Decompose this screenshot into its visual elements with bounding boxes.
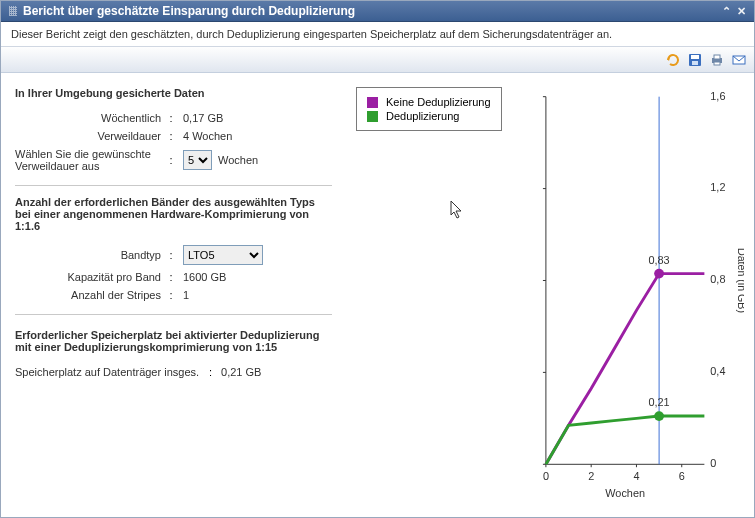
tapetype-label: Bandtyp — [15, 249, 165, 261]
svg-point-30 — [654, 411, 664, 421]
legend-swatch-none — [367, 97, 378, 108]
svg-rect-1 — [691, 55, 699, 59]
svg-text:1,6: 1,6 — [710, 90, 725, 102]
refresh-icon[interactable] — [664, 51, 682, 69]
window-grip-icon — [9, 6, 17, 16]
retention-select[interactable]: 5 — [183, 150, 212, 170]
close-icon[interactable]: ✕ — [737, 5, 746, 18]
chart-legend: Keine Deduplizierung Deduplizierung — [356, 87, 502, 131]
chart-area: 00,40,81,21,602460,830,21WochenDaten (in… — [536, 87, 744, 503]
svg-text:0,83: 0,83 — [649, 254, 670, 266]
retention-unit: Wochen — [218, 154, 258, 166]
section-dedup-title: Erforderlicher Speicherplatz bei aktivie… — [15, 329, 332, 353]
chart-panel: Keine Deduplizierung Deduplizierung 00,4… — [346, 73, 754, 513]
divider — [15, 185, 332, 186]
svg-text:Wochen: Wochen — [605, 487, 645, 499]
window-description: Dieser Bericht zeigt den geschätzten, du… — [1, 22, 754, 47]
svg-text:0: 0 — [710, 457, 716, 469]
capacity-value: 1600 GB — [177, 271, 226, 283]
stripes-value: 1 — [177, 289, 189, 301]
svg-text:4: 4 — [633, 470, 639, 482]
legend-swatch-dedup — [367, 111, 378, 122]
print-icon[interactable] — [708, 51, 726, 69]
stripes-label: Anzahl der Stripes — [15, 289, 165, 301]
svg-text:1,2: 1,2 — [710, 182, 725, 194]
section-tapes-title: Anzahl der erforderlichen Bänder des aus… — [15, 196, 332, 232]
toolbar — [1, 47, 754, 73]
legend-label-dedup: Deduplizierung — [386, 110, 459, 122]
section-env-title: In Ihrer Umgebung gesicherte Daten — [15, 87, 332, 99]
retention-value: 4 Wochen — [177, 130, 232, 142]
svg-text:Daten (in GB): Daten (in GB) — [736, 248, 744, 313]
divider — [15, 314, 332, 315]
svg-text:0,4: 0,4 — [710, 365, 725, 377]
svg-rect-5 — [714, 62, 720, 65]
svg-text:6: 6 — [679, 470, 685, 482]
collapse-icon[interactable]: ⌃ — [722, 5, 731, 18]
window-titlebar: Bericht über geschätzte Einsparung durch… — [1, 1, 754, 22]
window-title: Bericht über geschätzte Einsparung durch… — [23, 4, 355, 18]
svg-rect-4 — [714, 55, 720, 59]
weekly-label: Wöchentlich — [15, 112, 165, 124]
tapetype-select[interactable]: LTO5 — [183, 245, 263, 265]
svg-text:0,8: 0,8 — [710, 274, 725, 286]
total-disk-value: 0,21 GB — [215, 366, 261, 378]
choose-retention-label: Wählen Sie die gewünschte Verweildauer a… — [15, 148, 165, 172]
left-panel: In Ihrer Umgebung gesicherte Daten Wöche… — [1, 73, 346, 513]
svg-rect-2 — [692, 61, 698, 65]
svg-text:2: 2 — [588, 470, 594, 482]
capacity-label: Kapazität pro Band — [15, 271, 165, 283]
save-icon[interactable] — [686, 51, 704, 69]
legend-label-none: Keine Deduplizierung — [386, 96, 491, 108]
total-disk-label: Speicherplatz auf Datenträger insges. — [15, 366, 203, 378]
svg-text:0: 0 — [543, 470, 549, 482]
retention-label: Verweildauer — [15, 130, 165, 142]
email-icon[interactable] — [730, 51, 748, 69]
weekly-value: 0,17 GB — [177, 112, 223, 124]
svg-text:0,21: 0,21 — [649, 396, 670, 408]
svg-point-28 — [654, 269, 664, 279]
